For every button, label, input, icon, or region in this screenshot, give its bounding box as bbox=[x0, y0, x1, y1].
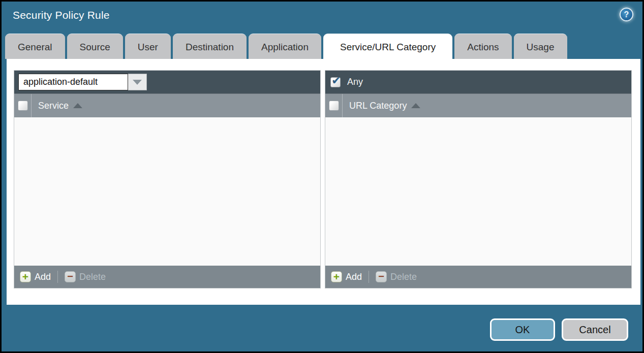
service-delete-label: Delete bbox=[79, 272, 106, 282]
url-category-select-all-checkbox[interactable] bbox=[329, 101, 339, 111]
url-category-delete-label: Delete bbox=[390, 272, 417, 282]
service-table-header: Service bbox=[14, 93, 320, 117]
help-icon[interactable]: ? bbox=[620, 8, 633, 21]
url-category-table-footer: + Add − Delete bbox=[325, 266, 631, 288]
service-add-label: Add bbox=[35, 272, 51, 282]
tab-user[interactable]: User bbox=[125, 34, 171, 59]
url-category-panel: Any URL Category + Add − Delete bbox=[325, 70, 632, 288]
service-panel: application-default Service + Add bbox=[14, 70, 321, 288]
tab-bar: General Source User Destination Applicat… bbox=[5, 34, 567, 59]
footer-divider bbox=[57, 271, 58, 283]
url-category-table-body[interactable] bbox=[325, 117, 631, 266]
tab-service-url-category[interactable]: Service/URL Category bbox=[323, 34, 452, 59]
tab-content-panel: application-default Service + Add bbox=[7, 59, 640, 305]
tab-application[interactable]: Application bbox=[249, 34, 321, 59]
url-category-toolbar: Any bbox=[325, 71, 631, 93]
service-toolbar: application-default bbox=[14, 71, 320, 93]
chevron-down-icon bbox=[133, 80, 142, 85]
tab-destination[interactable]: Destination bbox=[173, 34, 247, 59]
url-category-select-all-cell bbox=[325, 94, 343, 117]
security-policy-rule-dialog: Security Policy Rule ? General Source Us… bbox=[0, 0, 644, 353]
tab-general[interactable]: General bbox=[5, 34, 65, 59]
minus-icon: − bbox=[376, 271, 387, 282]
dialog-title: Security Policy Rule bbox=[13, 9, 110, 21]
service-table-body[interactable] bbox=[14, 117, 320, 266]
any-checkbox[interactable] bbox=[330, 77, 341, 87]
url-category-column-header[interactable]: URL Category bbox=[349, 101, 407, 111]
sort-ascending-icon[interactable] bbox=[73, 103, 82, 108]
minus-icon: − bbox=[65, 271, 76, 282]
any-checkbox-label[interactable]: Any bbox=[347, 77, 363, 87]
cancel-button[interactable]: Cancel bbox=[562, 318, 628, 341]
service-add-button[interactable]: + Add bbox=[20, 271, 51, 282]
footer-divider bbox=[369, 271, 369, 283]
service-delete-button[interactable]: − Delete bbox=[65, 271, 106, 282]
tab-actions[interactable]: Actions bbox=[454, 34, 511, 59]
url-category-delete-button[interactable]: − Delete bbox=[376, 271, 417, 282]
service-select-all-checkbox[interactable] bbox=[18, 101, 28, 111]
url-category-table-header: URL Category bbox=[325, 93, 631, 117]
service-select-all-cell bbox=[14, 94, 32, 117]
service-table-footer: + Add − Delete bbox=[14, 266, 320, 288]
plus-icon: + bbox=[20, 271, 31, 282]
plus-icon: + bbox=[331, 271, 342, 282]
ok-button[interactable]: OK bbox=[490, 318, 555, 341]
tab-source[interactable]: Source bbox=[67, 34, 123, 59]
service-type-select-arrow[interactable] bbox=[128, 74, 147, 90]
sort-ascending-icon[interactable] bbox=[411, 103, 420, 108]
service-type-select[interactable]: application-default bbox=[18, 74, 128, 90]
url-category-add-button[interactable]: + Add bbox=[331, 271, 362, 282]
url-category-add-label: Add bbox=[346, 272, 362, 282]
tab-usage[interactable]: Usage bbox=[514, 34, 567, 59]
service-column-header[interactable]: Service bbox=[38, 101, 69, 111]
